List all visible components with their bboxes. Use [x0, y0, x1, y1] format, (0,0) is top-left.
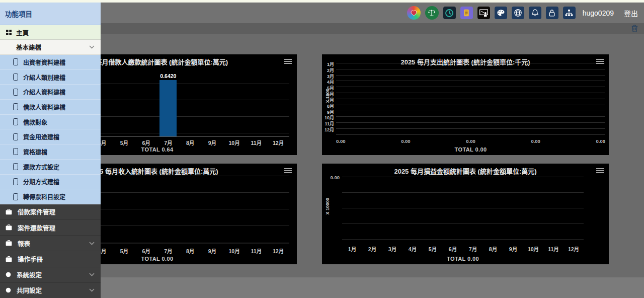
chevron-down-icon	[89, 45, 95, 49]
chart-menu-icon[interactable]	[596, 168, 604, 174]
bar-slot	[223, 171, 246, 244]
sidebar-item-introducer-data[interactable]: 介紹人資料建檔	[0, 85, 101, 100]
checkbox-icon	[13, 133, 18, 140]
category-row: 4月	[336, 81, 605, 87]
x-axis-ticks: 0.000.000.000.000.00	[336, 138, 605, 144]
x-axis-label: 9月	[201, 139, 223, 146]
bar-slot	[382, 177, 403, 240]
sidebar-item-fund-usage[interactable]: 資金用途建檔	[0, 129, 101, 144]
bar-slot	[113, 65, 135, 136]
sidebar-item-manual[interactable]: 操作手冊	[0, 251, 101, 267]
sidebar-item-label: 還款方式設定	[23, 163, 59, 171]
bar-slot	[267, 65, 289, 136]
sidebar-item-label: 借款人資料建檔	[23, 103, 65, 111]
sidebar-item-label: 資金用途建檔	[23, 132, 59, 141]
x-axis-label: 8月	[179, 247, 201, 255]
checkbox-icon	[13, 58, 18, 65]
x-axis-label: 5月	[423, 245, 443, 253]
presentation-icon[interactable]	[477, 7, 490, 19]
header-icons	[403, 6, 576, 20]
palette-icon[interactable]	[495, 7, 507, 19]
sidebar-title: 功能項目	[0, 3, 101, 25]
x-axis-label: 10月	[223, 139, 246, 146]
category-row: 5月	[336, 87, 605, 93]
checkbox-icon	[13, 118, 18, 125]
sidebar-item-common-settings[interactable]: 共同設定	[0, 283, 101, 298]
chevron-down-icon	[89, 288, 95, 292]
colorful-logo-icon[interactable]	[407, 6, 421, 20]
briefcase-icon	[6, 240, 12, 246]
x-axis-label: 11月	[246, 247, 268, 255]
sidebar-item-label: 報表	[18, 239, 30, 248]
sidebar-item-label: 介紹人資料建檔	[23, 88, 65, 96]
x-axis-label: 12月	[267, 139, 289, 146]
sidebar-item-voucher-subject[interactable]: 轉傳票科目設定	[0, 189, 101, 204]
bar-value-label: 0.6420	[160, 73, 176, 79]
y-axis-title: X 1000	[325, 89, 330, 103]
sidebar-item-installment-method[interactable]: 分期方式建檔	[0, 175, 101, 190]
chart-menu-icon[interactable]	[284, 59, 292, 65]
sidebar-item-system-settings[interactable]: 系統設定	[0, 267, 101, 283]
bar-slot	[157, 171, 180, 244]
chart-menu-icon[interactable]	[596, 59, 604, 65]
sidebar-item-label: 借款案件管理	[18, 207, 55, 216]
briefcase-icon	[6, 256, 12, 262]
sidebar-item-repayment-method[interactable]: 還款方式設定	[0, 160, 101, 175]
x-axis-label: 12月	[564, 245, 584, 253]
clock-icon[interactable]	[443, 7, 456, 19]
chart-menu-icon[interactable]	[284, 168, 292, 174]
top-strip	[0, 0, 644, 3]
bar-slot	[423, 177, 443, 240]
bar-series	[342, 177, 584, 240]
bar-slot: 0.6420	[157, 65, 180, 136]
checkbox-icon	[13, 178, 18, 185]
x-axis-label: 9月	[503, 245, 523, 253]
x-axis-labels: 1月2月3月4月5月6月7月8月9月10月11月12月	[342, 245, 584, 253]
trash-icon[interactable]	[631, 25, 638, 32]
globe-icon[interactable]	[512, 7, 524, 19]
category-row: 12月	[336, 128, 605, 134]
x-axis-label: 7月	[157, 247, 180, 255]
plot-area: 1月2月3月4月5月6月7月8月9月10月11月12月	[336, 63, 605, 135]
bar-slot	[179, 65, 201, 136]
x-axis-tick: 0.00	[596, 138, 606, 144]
scroll-icon[interactable]	[460, 7, 473, 19]
total-label: TOTAL 0.00	[342, 256, 584, 262]
category-row: 10月	[336, 116, 605, 122]
bar-slot	[463, 177, 483, 240]
sidebar-item-basic-files[interactable]: 基本建檔	[0, 40, 101, 55]
x-axis-label: 4月	[403, 245, 423, 253]
x-axis-label: 12月	[267, 247, 289, 255]
sidebar-item-label: 轉傳票科目設定	[23, 192, 65, 201]
scale-icon[interactable]	[425, 6, 439, 20]
sidebar-item-borrower-data[interactable]: 借款人資料建檔	[0, 100, 101, 115]
sidebar-item-loan-target[interactable]: 借款對象	[0, 115, 101, 130]
checkbox-icon	[13, 163, 18, 170]
sidebar-item-home[interactable]: 主頁	[0, 25, 101, 40]
chart-plot: 1月2月3月4月5月6月7月8月9月10月11月12月X 10000.000.0…	[322, 54, 609, 155]
sidebar-item-loan-case-management[interactable]: 借款案件管理	[0, 204, 101, 220]
bar-slot	[113, 171, 135, 244]
bar-slot	[179, 171, 201, 244]
category-row: 8月	[336, 105, 605, 111]
sidebar-item-case-repayment-management[interactable]: 案件還款管理	[0, 220, 101, 236]
bell-icon[interactable]	[529, 7, 541, 19]
category-row: 2月	[336, 69, 605, 75]
sidebar-item-reports[interactable]: 報表	[0, 236, 101, 251]
sidebar-item-label: 主頁	[16, 28, 29, 37]
briefcase-icon	[6, 225, 12, 231]
logout-button[interactable]: 登出	[624, 8, 638, 18]
sidebar-item-label: 介紹人類別建檔	[23, 73, 65, 82]
bar-slot	[362, 177, 382, 240]
grid-icon	[6, 30, 12, 35]
bar[interactable]	[159, 80, 177, 136]
sidebar-item-qualification[interactable]: 資格建檔	[0, 144, 101, 160]
y-axis-label: 12月	[323, 126, 334, 133]
sidebar-item-investor-data[interactable]: 出資者資料建檔	[0, 55, 101, 70]
briefcase-icon	[6, 209, 12, 215]
sitemap-icon[interactable]	[563, 7, 576, 19]
x-axis-tick: 0.00	[531, 138, 540, 144]
lock-icon[interactable]	[546, 7, 558, 19]
app-window: hugo0209 登出 2025 每月借款人繳款統計圖表 (統計金額單位:萬元)…	[0, 0, 644, 298]
sidebar-item-introducer-category[interactable]: 介紹人類別建檔	[0, 70, 101, 85]
